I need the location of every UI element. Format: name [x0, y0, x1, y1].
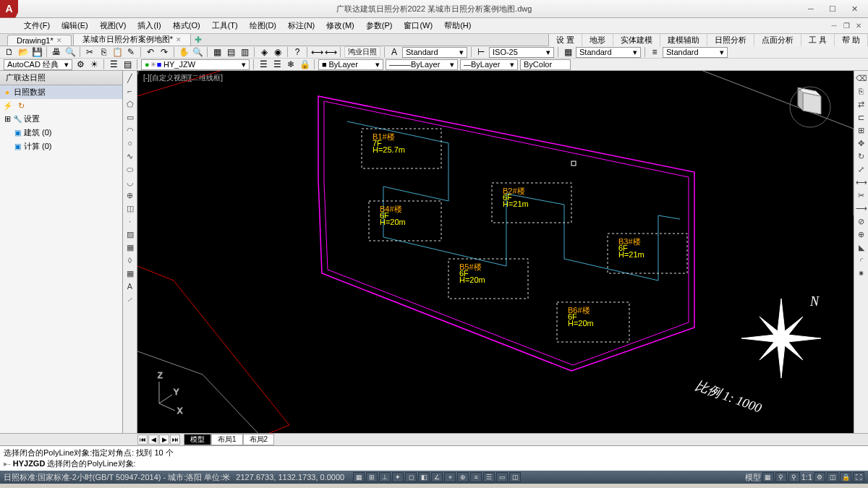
- layout-tab-model[interactable]: 模型: [184, 434, 211, 445]
- dim2-icon[interactable]: ⟷: [325, 46, 336, 58]
- ml-style-dropdown[interactable]: Standard▾: [663, 47, 728, 58]
- sb-ws-icon[interactable]: ◫: [827, 472, 838, 482]
- ptab-tools[interactable]: 工 具: [801, 34, 835, 46]
- ws-sun-icon[interactable]: ☀: [88, 59, 100, 70]
- undo-icon[interactable]: ↶: [145, 46, 156, 58]
- new-icon[interactable]: 🗋: [4, 46, 15, 58]
- gradient-icon[interactable]: ▦: [124, 241, 136, 253]
- print-icon[interactable]: 🖶: [51, 46, 62, 58]
- save-icon[interactable]: 💾: [31, 46, 43, 58]
- minimize-button[interactable]: ─: [801, 2, 821, 15]
- open-icon[interactable]: 📂: [17, 46, 29, 58]
- table-style-dropdown[interactable]: Standard▾: [576, 47, 641, 58]
- polygon-icon[interactable]: ⬠: [124, 98, 136, 110]
- sb-lwt-icon[interactable]: ≡: [470, 472, 482, 482]
- layer-iso-icon[interactable]: ☰: [258, 59, 269, 70]
- layer-state-icon[interactable]: ▤: [122, 59, 133, 70]
- menu-dimension[interactable]: 标注(N): [282, 19, 320, 33]
- doc-restore-button[interactable]: ❐: [841, 21, 852, 31]
- point-icon[interactable]: ·: [124, 215, 136, 227]
- plotstyle-dropdown[interactable]: ByColor: [520, 59, 571, 70]
- chamfer-icon[interactable]: ◣: [856, 241, 867, 253]
- sb-lock2-icon[interactable]: 🔒: [840, 472, 851, 482]
- drawing-canvas[interactable]: [-][自定义视图][二维线框] B1#楼7FH=25.: [137, 71, 854, 433]
- lineweight-dropdown[interactable]: — ByLayer▾: [460, 59, 518, 70]
- hatch-icon[interactable]: ▨: [124, 228, 136, 240]
- tree-calc[interactable]: ▣计算 (0): [0, 140, 122, 153]
- help-icon[interactable]: ?: [292, 46, 303, 58]
- close-button[interactable]: ✕: [844, 2, 864, 15]
- dim-style-dropdown[interactable]: ISO-25▾: [489, 47, 554, 58]
- menu-file[interactable]: 文件(F): [18, 19, 56, 33]
- sb-grid-icon[interactable]: ⊞: [366, 472, 378, 482]
- sb-scale[interactable]: 1:1: [801, 473, 812, 481]
- redo-icon[interactable]: ↷: [158, 46, 170, 58]
- ellipse-arc-icon[interactable]: ◡: [124, 176, 136, 188]
- menu-insert[interactable]: 插入(I): [132, 19, 166, 33]
- ptab-point-analysis[interactable]: 点面分析: [754, 34, 801, 46]
- layer-off-icon[interactable]: ☰: [271, 59, 283, 70]
- ptab-help[interactable]: 帮 助: [835, 34, 868, 46]
- sb-ann2-icon[interactable]: ⚲: [788, 472, 800, 482]
- copy2-icon[interactable]: ⎘: [856, 85, 867, 97]
- table-style-icon[interactable]: ▦: [562, 46, 574, 58]
- layout-tab-1[interactable]: 布局1: [211, 434, 243, 445]
- offset-icon[interactable]: ⊏: [856, 111, 867, 123]
- text-style-dropdown[interactable]: Standard▾: [402, 47, 467, 58]
- layout-tab-2[interactable]: 布局2: [243, 434, 275, 445]
- sb-model-label[interactable]: 模型: [745, 472, 761, 483]
- paste-icon[interactable]: 📋: [111, 46, 123, 58]
- menu-draw[interactable]: 绘图(D): [244, 19, 282, 33]
- command-input[interactable]: 选择闭合的PolyLine对象:: [45, 459, 135, 468]
- ptab-settings[interactable]: 设 置: [549, 34, 582, 46]
- spline-icon[interactable]: ∿: [124, 150, 136, 162]
- tree-settings[interactable]: ⊞🔧设置: [0, 112, 122, 126]
- menu-modify[interactable]: 修改(M): [320, 19, 360, 33]
- sb-max-icon[interactable]: ⛶: [853, 472, 864, 482]
- color-dropdown[interactable]: ■ ByLayer▾: [318, 59, 383, 70]
- sb-qp-icon[interactable]: ▭: [496, 472, 508, 482]
- rotate-icon[interactable]: ↻: [856, 150, 867, 162]
- sb-gear-icon[interactable]: ⚙: [814, 472, 825, 482]
- sb-otrack-icon[interactable]: ∠: [431, 472, 443, 482]
- menu-view[interactable]: 视图(V): [94, 19, 132, 33]
- layer-mgr-icon[interactable]: ☰: [108, 59, 119, 70]
- menu-format[interactable]: 格式(O): [167, 19, 206, 33]
- layer-dropdown[interactable]: ●☀■ HY_JZW▾: [141, 59, 250, 70]
- doc-close-button[interactable]: ✕: [853, 21, 864, 31]
- sb-tpy-icon[interactable]: ☰: [483, 472, 495, 482]
- rect-icon[interactable]: ▭: [124, 111, 136, 123]
- menu-window[interactable]: 窗口(W): [398, 19, 438, 33]
- lt-first-icon[interactable]: ⏮: [137, 435, 148, 445]
- menu-edit[interactable]: 编辑(E): [56, 19, 94, 33]
- move-icon[interactable]: ✥: [856, 137, 867, 149]
- close-tab-icon[interactable]: ✕: [176, 36, 182, 43]
- join-icon[interactable]: ⊕: [856, 228, 867, 240]
- copy-icon[interactable]: ⎘: [98, 46, 109, 58]
- sb-polar-icon[interactable]: ✦: [392, 472, 404, 482]
- tab-case-map[interactable]: 某城市日照分析案例地图*✕: [73, 33, 191, 46]
- sb-ortho-icon[interactable]: ⊥: [379, 472, 391, 482]
- ptab-terrain[interactable]: 地形: [582, 34, 613, 46]
- menu-param[interactable]: 参数(P): [360, 19, 399, 33]
- stretch-icon[interactable]: ⟷: [856, 176, 867, 188]
- maximize-button[interactable]: ☐: [822, 2, 843, 15]
- tab-drawing1[interactable]: Drawing1*✕: [7, 35, 72, 46]
- tree-building[interactable]: ▣建筑 (0): [0, 126, 122, 140]
- sb-ducs-icon[interactable]: ⌖: [444, 472, 456, 482]
- menu-tools[interactable]: 工具(T): [206, 19, 244, 33]
- layer-frz-icon[interactable]: ❄: [285, 59, 297, 70]
- menu-help[interactable]: 帮助(H): [438, 19, 477, 33]
- fillet-icon[interactable]: ◜: [856, 254, 867, 266]
- side-sunlight-data[interactable]: ●日照数据: [0, 85, 122, 99]
- zoom-icon[interactable]: 🔍: [192, 46, 203, 58]
- sb-grid2-icon[interactable]: ▦: [762, 472, 774, 482]
- match-icon[interactable]: ✎: [125, 46, 137, 58]
- lt-next-icon[interactable]: ▶: [159, 435, 169, 445]
- sb-ann-icon[interactable]: ⚲: [775, 472, 787, 482]
- ml-style-icon[interactable]: ≡: [649, 46, 660, 58]
- xline-icon[interactable]: ⟋: [124, 294, 136, 305]
- tool-d-icon[interactable]: ◈: [258, 46, 270, 58]
- refresh-icon[interactable]: ↻: [16, 100, 26, 111]
- lt-prev-icon[interactable]: ◀: [148, 435, 158, 445]
